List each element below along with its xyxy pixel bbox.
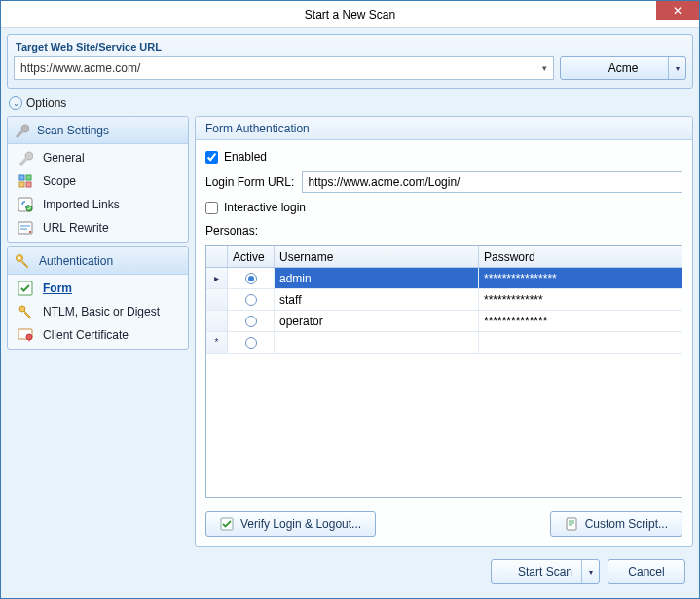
link-icon — [18, 197, 33, 212]
cell-username[interactable]: staff — [275, 289, 479, 310]
sidebar-header-scan-settings: Scan Settings — [8, 117, 188, 144]
cell-password[interactable]: ************* — [479, 289, 682, 310]
sidebar-item-label: Scope — [43, 174, 76, 188]
svg-point-8 — [18, 256, 20, 258]
login-url-input[interactable] — [302, 171, 682, 193]
script-icon — [565, 517, 578, 531]
main-panel-title: Form Authentication — [205, 122, 310, 135]
enabled-checkbox[interactable] — [205, 151, 218, 164]
button-label: Cancel — [628, 565, 664, 579]
sidebar-item-label: Imported Links — [43, 198, 120, 211]
sidebar-item-scope[interactable]: Scope — [8, 169, 188, 193]
active-radio[interactable] — [245, 273, 257, 284]
target-url-panel: Target Web Site/Service URL https://www.… — [7, 34, 693, 89]
button-label: Start Scan — [518, 565, 572, 579]
svg-rect-14 — [567, 518, 576, 530]
form-icon — [18, 281, 33, 296]
content-area: Target Web Site/Service URL https://www.… — [1, 28, 699, 598]
cell-username[interactable] — [275, 332, 479, 353]
options-toggle[interactable]: ⌄ Options — [7, 93, 693, 112]
profile-dropdown-button[interactable]: Acme ▾ — [560, 56, 686, 80]
target-url-label: Target Web Site/Service URL — [14, 39, 686, 56]
enabled-label: Enabled — [224, 150, 267, 164]
sidebar-item-label: Client Certificate — [43, 328, 129, 342]
body-row: Scan Settings General Scope — [7, 116, 693, 547]
sidebar: Scan Settings General Scope — [7, 116, 189, 547]
interactive-checkbox[interactable] — [205, 202, 218, 214]
chevron-down-icon[interactable]: ▾ — [542, 63, 547, 73]
active-radio[interactable] — [245, 294, 257, 306]
interactive-row: Interactive login — [205, 201, 682, 214]
window-title: Start a New Scan — [305, 8, 395, 21]
table-row[interactable]: staff************* — [206, 289, 682, 311]
sidebar-item-imported-links[interactable]: Imported Links — [8, 193, 188, 216]
cell-active[interactable] — [228, 311, 275, 331]
sidebar-item-client-cert[interactable]: Client Certificate — [8, 323, 188, 347]
sidebar-header-label: Scan Settings — [37, 124, 109, 137]
key-icon — [18, 304, 33, 319]
svg-rect-0 — [19, 175, 24, 180]
close-icon: ✕ — [673, 4, 682, 18]
login-url-label: Login Form URL: — [205, 175, 294, 189]
table-row[interactable]: ▸admin**************** — [206, 268, 682, 289]
chevron-down-icon[interactable]: ▾ — [581, 560, 599, 583]
sidebar-items-auth: Form NTLM, Basic or Digest Client Certif… — [8, 275, 188, 349]
key-icon — [14, 252, 31, 270]
login-url-row: Login Form URL: — [205, 171, 682, 193]
personas-label: Personas: — [205, 224, 682, 238]
cell-active[interactable] — [228, 268, 275, 288]
cell-username[interactable]: admin — [275, 268, 479, 288]
sidebar-item-label: NTLM, Basic or Digest — [43, 305, 160, 318]
cell-password[interactable]: ************** — [479, 311, 682, 331]
row-indicator — [206, 289, 228, 310]
verify-login-button[interactable]: Verify Login & Logout... — [205, 511, 376, 537]
close-button[interactable]: ✕ — [656, 1, 699, 20]
profile-button-label: Acme — [608, 61, 639, 75]
sidebar-item-form[interactable]: Form — [8, 277, 188, 300]
col-active[interactable]: Active — [228, 246, 275, 267]
titlebar: Start a New Scan ✕ — [1, 1, 699, 28]
cell-password[interactable]: **************** — [479, 268, 682, 288]
svg-rect-2 — [19, 182, 24, 187]
certificate-icon — [18, 327, 33, 343]
main-panel: Form Authentication Enabled Login Form U… — [195, 116, 693, 547]
sidebar-item-label: General — [43, 151, 85, 165]
scope-icon — [18, 173, 33, 189]
main-panel-body: Enabled Login Form URL: Interactive logi… — [196, 140, 692, 546]
chevron-down-icon[interactable]: ▾ — [668, 57, 685, 79]
active-radio[interactable] — [245, 337, 257, 349]
target-url-input[interactable]: https://www.acme.com/ ▾ — [14, 56, 554, 80]
interactive-label: Interactive login — [224, 201, 306, 214]
cell-active[interactable] — [228, 289, 275, 310]
row-indicator-new: * — [206, 332, 228, 353]
custom-script-button[interactable]: Custom Script... — [550, 511, 682, 537]
table-row-new[interactable]: * — [206, 332, 682, 354]
sidebar-item-general[interactable]: General — [8, 146, 188, 169]
button-label: Custom Script... — [585, 517, 668, 531]
verify-icon — [220, 517, 234, 531]
svg-rect-1 — [26, 175, 31, 180]
col-username[interactable]: Username — [275, 246, 479, 267]
sidebar-item-ntlm[interactable]: NTLM, Basic or Digest — [8, 300, 188, 323]
sidebar-item-label: Form — [43, 281, 72, 295]
target-url-value: https://www.acme.com/ — [20, 61, 140, 75]
options-label: Options — [26, 96, 66, 110]
row-indicator — [206, 311, 228, 331]
cancel-button[interactable]: Cancel — [608, 559, 685, 584]
start-scan-button[interactable]: Start Scan ▾ — [491, 559, 600, 584]
active-radio[interactable] — [245, 316, 257, 327]
sidebar-group-scan-settings: Scan Settings General Scope — [7, 116, 189, 243]
sidebar-item-label: URL Rewrite — [43, 221, 109, 235]
col-password[interactable]: Password — [479, 246, 682, 267]
sidebar-group-authentication: Authentication Form NTLM, Basic or Diges… — [7, 246, 189, 350]
personas-grid: Active Username Password ▸admin*********… — [205, 245, 682, 498]
cell-password[interactable] — [479, 332, 682, 353]
grid-body: ▸admin****************staff*************… — [206, 268, 682, 497]
table-row[interactable]: operator************** — [206, 311, 682, 332]
sidebar-item-url-rewrite[interactable]: URL Rewrite — [8, 216, 188, 240]
cell-active[interactable] — [228, 332, 275, 353]
chevron-down-icon: ⌄ — [9, 96, 22, 110]
cell-username[interactable]: operator — [275, 311, 479, 331]
dialog-footer: Start Scan ▾ Cancel — [7, 551, 693, 592]
row-indicator: ▸ — [206, 268, 228, 288]
